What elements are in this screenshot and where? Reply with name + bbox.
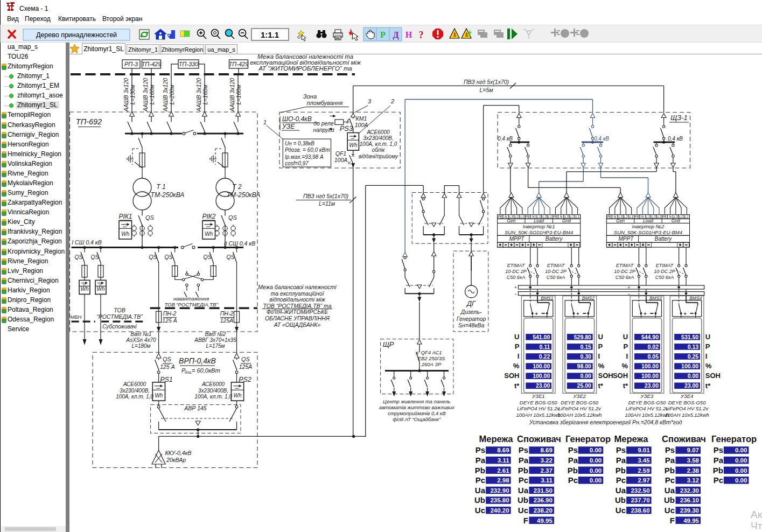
svg-text:100AH 10x5.12kwh: 100AH 10x5.12kwh [625,412,669,418]
svg-text:PE: PE [498,215,502,219]
svg-text:ДГ: ДГ [466,299,476,307]
svg-text:Gen: Gen [616,218,625,223]
svg-text:АСЕ6000: АСЕ6000 [201,381,225,387]
svg-text:Мережа: Мережа [614,434,648,444]
svg-text:SUN_50K-SG01HP3-EU-BM4: SUN_50K-SG01HP3-EU-BM4 [614,229,682,235]
svg-text:2.61: 2.61 [497,467,509,474]
svg-text:Battery: Battery [546,236,563,242]
svg-text:Pc: Pc [519,475,528,485]
svg-text:10-DC 2P: 10-DC 2P [545,269,567,274]
svg-text:QS: QS [145,214,155,221]
svg-text:Ip.мах.=93,98 А: Ip.мах.=93,98 А [285,154,324,160]
svg-text:філії АТ “Ощадбанк”: філії АТ “Ощадбанк” [393,416,441,422]
svg-text:до реле: до реле [313,120,334,127]
svg-text:L=200м: L=200м [169,85,175,105]
svg-text:Pc: Pc [568,475,578,485]
svg-text:Uc: Uc [518,506,528,515]
svg-text:Pb: Pb [713,466,723,475]
svg-text:125А: 125А [239,363,253,370]
svg-text:Wh: Wh [97,286,105,292]
svg-text:LiFePO4 HV 51.2v: LiFePO4 HV 51.2v [626,405,669,411]
svg-text:t*: t* [514,382,520,390]
svg-text:АВР 145: АВР 145 [184,405,207,411]
svg-text:Sн=48кВа: Sн=48кВа [458,322,485,328]
svg-text:Pa: Pa [616,456,626,465]
svg-text:P: P [598,342,603,351]
svg-text:3.11: 3.11 [541,477,553,484]
svg-text:ЩЗ-1: ЩЗ-1 [670,114,688,122]
svg-text:ПВЗ нгд 5х(1х70): ПВЗ нгд 5х(1х70) [464,79,509,85]
svg-text:100А, кл.т. 1,0: 100А, кл.т. 1,0 [194,394,232,400]
svg-text:C50 6кА: C50 6кА [507,275,525,280]
svg-text:та експлуатаційної: та експлуатаційної [271,290,325,297]
svg-text:L1: L1 [576,215,580,219]
svg-text:23.00: 23.00 [536,382,550,389]
svg-text:125 А: 125 А [160,363,174,370]
svg-text:пломбування: пломбування [307,100,343,106]
svg-text:Ps: Ps [568,445,578,454]
svg-text:U: U [514,333,519,341]
svg-text:L=11м: L=11м [319,200,335,207]
svg-text:ТМ-250кВА: ТМ-250кВА [227,191,261,199]
svg-text:DEYE BOS-G50: DEYE BOS-G50 [520,400,557,405]
svg-text:Uc: Uc [475,506,485,515]
svg-text:10-DC 2P: 10-DC 2P [505,269,527,274]
svg-text:3.11: 3.11 [498,457,509,464]
svg-text:Ua: Ua [665,486,675,495]
svg-text:Pb: Pb [665,466,675,475]
svg-text:I: I [705,352,708,360]
svg-text:L=5м: L=5м [479,87,493,93]
svg-text:Ps: Ps [476,445,485,454]
svg-text:ААШВ 3х120: ААШВ 3х120 [142,78,149,112]
svg-text:125 А: 125 А [162,317,177,324]
svg-text:DEYE BOS-G50: DEYE BOS-G50 [628,400,666,405]
svg-text:І СШ 0,4 кВ: І СШ 0,4 кВ [72,239,101,246]
svg-text:240.20: 240.20 [490,507,509,514]
svg-text:АСЕ6000: АСЕ6000 [366,129,390,135]
svg-text:P: P [515,342,520,351]
svg-text:Ак: Ак [751,509,762,520]
svg-text:ETIMAT: ETIMAT [507,263,526,268]
svg-text:+: + [644,311,646,317]
svg-text:Ввід №1: Ввід №1 [131,331,152,337]
svg-text:Wh: Wh [155,393,163,398]
svg-text:Load: Load [534,218,544,223]
svg-text:QS: QS [228,214,237,221]
svg-text:239.30: 239.30 [680,507,699,514]
svg-text:+: + [683,311,686,317]
svg-text:I: I [518,352,520,360]
svg-text:Межа балансової належності та: Межа балансової належності та [257,53,353,60]
svg-text:0.00: 0.00 [688,373,699,379]
svg-text:QS: QS [203,254,211,260]
svg-text:DEYE BOS-G50: DEYE BOS-G50 [561,400,598,405]
svg-text:2: 2 [390,98,394,104]
svg-text:3.45: 3.45 [638,457,650,464]
svg-text:Pb: Pb [616,466,626,475]
svg-text:100.00: 100.00 [533,373,550,379]
svg-text:Центр живлення та панель: Центр живлення та панель [383,398,450,404]
svg-text:Ub: Ub [615,495,626,505]
svg-text:2.98: 2.98 [497,477,509,484]
svg-text:Ub: Ub [518,495,528,505]
svg-text:9.01: 9.01 [638,447,650,453]
svg-text:SOH: SOH [504,372,519,380]
svg-text:ААШВ 3х120: ААШВ 3х120 [229,78,235,112]
svg-text:QS: QS [164,254,172,260]
svg-text:Pc: Pc [665,475,675,485]
svg-text:L=130м: L=130м [129,85,136,105]
svg-text:0,4 кВ: 0,4 кВ [498,136,513,142]
svg-text:ETIMAT: ETIMAT [656,263,674,268]
svg-text:0.00: 0.00 [590,477,602,484]
svg-text:9.07: 9.07 [687,447,699,453]
svg-text:ТП-692: ТП-692 [76,117,102,126]
svg-text:125А: 125А [220,317,234,324]
svg-text:віддачі/прийому: віддачі/прийому [359,153,399,159]
svg-text:“РОСТМЕДІА.ТВ”: “РОСТМЕДІА.ТВ” [96,313,143,320]
svg-text:QS: QS [90,254,99,260]
svg-text:0.00: 0.00 [735,467,747,474]
svg-text:Ps: Ps [616,445,626,454]
svg-text:F: F [523,516,528,525]
svg-text:0.15: 0.15 [580,344,591,350]
svg-text:98.00: 98.00 [577,363,591,369]
svg-text:0.00: 0.00 [590,447,602,453]
